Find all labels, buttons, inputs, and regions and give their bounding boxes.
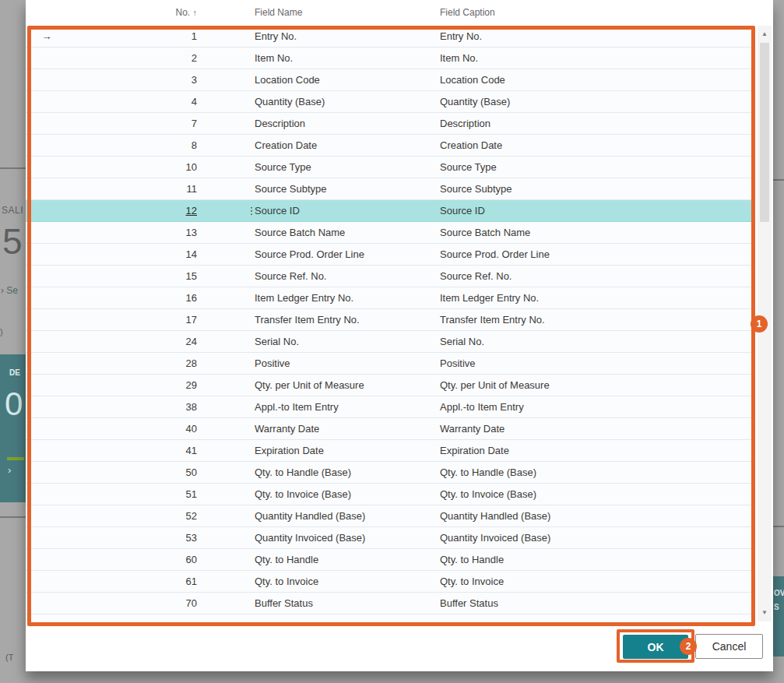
cell-field-caption: Quantity (Base) (440, 91, 510, 113)
cell-field-no[interactable]: 61 (96, 571, 197, 593)
cell-field-no[interactable]: 7 (96, 113, 197, 135)
cell-field-no[interactable]: 2 (96, 48, 197, 69)
row-indicator-cell (35, 418, 58, 440)
cell-field-no[interactable]: 12 (96, 200, 197, 222)
cell-field-name: Appl.-to Item Entry (255, 396, 339, 418)
dialog-footer: OK Cancel (26, 621, 773, 671)
table-row[interactable]: 7DescriptionDescription (26, 113, 755, 135)
table-row[interactable]: 3Location CodeLocation Code (26, 69, 755, 91)
row-indicator-cell (35, 396, 58, 418)
scroll-down-icon[interactable]: ▼ (758, 607, 772, 619)
table-row[interactable]: 14Source Prod. Order LineSource Prod. Or… (26, 244, 755, 266)
column-header-field-name[interactable]: Field Name (255, 0, 302, 26)
table-row[interactable]: 12⋮Source IDSource ID (26, 200, 755, 222)
cell-field-no[interactable]: 41 (96, 440, 197, 462)
row-indicator-cell (35, 157, 58, 178)
cell-field-caption: Buffer Status (440, 593, 498, 614)
row-indicator-cell (35, 244, 58, 266)
table-row[interactable]: 2Item No.Item No. (26, 48, 755, 69)
row-indicator-cell (35, 527, 58, 549)
cell-field-no[interactable]: 14 (96, 244, 197, 266)
cell-field-name: Warranty Date (255, 418, 319, 440)
cell-field-no[interactable]: 50 (96, 462, 197, 484)
table-row[interactable]: →1Entry No.Entry No. (26, 26, 755, 48)
cell-field-name: Entry No. (255, 26, 297, 48)
table-row[interactable]: 16Item Ledger Entry No.Item Ledger Entry… (26, 287, 755, 309)
column-header-field-caption[interactable]: Field Caption (440, 0, 495, 26)
cell-field-caption: Source ID (440, 200, 485, 222)
background-kpi-number-fragment: 5 (2, 220, 23, 262)
row-indicator-cell (35, 309, 58, 331)
cell-field-name: Location Code (255, 69, 320, 91)
cell-field-name: Source Prod. Order Line (255, 244, 364, 266)
table-row[interactable]: 4Quantity (Base)Quantity (Base) (26, 91, 755, 113)
cell-field-no[interactable]: 40 (96, 418, 197, 440)
table-row[interactable]: 11Source SubtypeSource Subtype (26, 178, 755, 200)
scrollbar-thumb[interactable] (760, 43, 769, 222)
background-divider (773, 526, 784, 527)
table-row[interactable]: 50Qty. to Handle (Base)Qty. to Handle (B… (26, 462, 755, 484)
table-row[interactable]: 53Quantity Invoiced (Base)Quantity Invoi… (26, 527, 755, 549)
cell-field-no[interactable]: 1 (96, 26, 197, 48)
table-row[interactable]: 24Serial No.Serial No. (26, 331, 755, 353)
cell-field-caption: Qty. per Unit of Measure (440, 375, 550, 396)
table-row[interactable]: 51Qty. to Invoice (Base)Qty. to Invoice … (26, 484, 755, 505)
column-header-no[interactable]: No. ↑ (96, 0, 197, 26)
row-indicator-cell (35, 549, 58, 571)
annotation-step-badge-1: 1 (751, 315, 768, 333)
table-row[interactable]: 41Expiration DateExpiration Date (26, 440, 755, 462)
table-row[interactable]: 10Source TypeSource Type (26, 157, 755, 178)
table-row[interactable]: 28PositivePositive (26, 353, 755, 375)
cell-field-caption: Quantity Invoiced (Base) (440, 527, 550, 549)
table-row[interactable]: 8Creation DateCreation Date (26, 135, 755, 157)
cell-field-name: Quantity Invoiced (Base) (255, 527, 365, 549)
cell-field-caption: Quantity Handled (Base) (440, 505, 550, 527)
cell-field-no[interactable]: 13 (96, 222, 197, 244)
table-row[interactable]: 17Transfer Item Entry No.Transfer Item E… (26, 309, 755, 331)
table-row[interactable]: 71Buffer Status2Buffer Status2 (26, 614, 755, 621)
scroll-up-icon[interactable]: ▲ (758, 28, 772, 40)
cell-field-no[interactable]: 15 (96, 266, 197, 287)
table-row[interactable]: 70Buffer StatusBuffer Status (26, 593, 755, 614)
cell-field-no[interactable]: 10 (96, 157, 197, 178)
cell-field-caption: Qty. to Handle (440, 549, 504, 571)
cell-field-no[interactable]: 29 (96, 375, 197, 396)
table-row[interactable]: 13Source Batch NameSource Batch Name (26, 222, 755, 244)
cell-field-no[interactable]: 3 (96, 69, 197, 91)
cell-field-no[interactable]: 17 (96, 309, 197, 331)
cell-field-no[interactable]: 11 (96, 178, 197, 200)
cell-field-no[interactable]: 24 (96, 331, 197, 353)
chevron-right-icon: › (8, 464, 11, 476)
cell-field-no[interactable]: 8 (96, 135, 197, 157)
cell-field-name: Qty. per Unit of Measure (255, 375, 364, 396)
cell-field-name: Qty. to Handle (Base) (255, 462, 351, 484)
background-see-more-link-fragment: › Se (1, 285, 18, 296)
table-row[interactable]: 52Quantity Handled (Base)Quantity Handle… (26, 505, 755, 527)
cancel-button[interactable]: Cancel (695, 634, 763, 659)
ok-button[interactable]: OK (623, 635, 688, 659)
table-row[interactable]: 60Qty. to HandleQty. to Handle (26, 549, 755, 571)
table-row[interactable]: 29Qty. per Unit of MeasureQty. per Unit … (26, 375, 755, 396)
cell-field-no[interactable]: 60 (96, 549, 197, 571)
table-row[interactable]: 40Warranty DateWarranty Date (26, 418, 755, 440)
table-row[interactable]: 15Source Ref. No.Source Ref. No. (26, 266, 755, 287)
cell-field-no[interactable]: 16 (96, 287, 197, 309)
annotation-step-badge-2: 2 (680, 638, 697, 655)
cell-field-no[interactable]: 71 (96, 614, 197, 621)
cell-field-no[interactable]: 4 (96, 91, 197, 113)
screen: SALI 5 › Se ) DE 0 › (T OV S No. ↑ Field… (0, 0, 784, 683)
sort-ascending-icon: ↑ (193, 8, 198, 17)
background-divider (773, 179, 784, 181)
cell-field-no[interactable]: 51 (96, 484, 197, 505)
cell-field-no[interactable]: 52 (96, 505, 197, 527)
cell-field-no[interactable]: 38 (96, 396, 197, 418)
cell-field-no[interactable]: 53 (96, 527, 197, 549)
background-page-right-strip: OV S (773, 0, 784, 683)
background-text-fragment: ) (0, 327, 3, 336)
table-row[interactable]: 38Appl.-to Item EntryAppl.-to Item Entry (26, 396, 755, 418)
table-row[interactable]: 61Qty. to InvoiceQty. to Invoice (26, 571, 755, 593)
cell-field-no[interactable]: 70 (96, 593, 197, 614)
cell-field-name: Source Subtype (255, 178, 327, 200)
cell-field-no[interactable]: 28 (96, 353, 197, 375)
cell-field-caption: Description (440, 113, 490, 135)
